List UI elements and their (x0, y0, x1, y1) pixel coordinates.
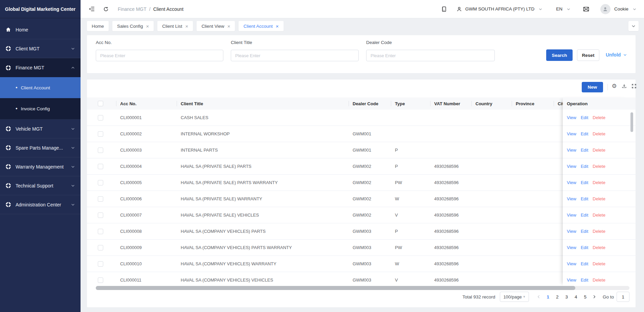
avatar[interactable] (600, 4, 610, 14)
page-number[interactable]: 2 (556, 294, 559, 299)
sidebar-item-administration-center[interactable]: Administration Center (0, 195, 81, 214)
tab-close-icon[interactable]: × (227, 24, 230, 29)
delete-link[interactable]: Delete (593, 196, 605, 201)
fullscreen-icon[interactable] (630, 83, 637, 89)
sidebar-item-home[interactable]: Home (0, 20, 81, 39)
edit-link[interactable]: Edit (581, 229, 588, 234)
refresh-icon[interactable] (103, 6, 109, 12)
page-number[interactable]: 1 (547, 294, 549, 299)
tab-overflow-button[interactable] (628, 21, 639, 31)
page-number[interactable]: 4 (575, 294, 577, 299)
tab-close-icon[interactable]: × (185, 24, 188, 29)
page-number[interactable]: 3 (565, 294, 568, 299)
view-link[interactable]: View (567, 148, 576, 153)
view-link[interactable]: View (567, 261, 576, 266)
horizontal-scrollbar-track[interactable] (96, 286, 629, 290)
row-checkbox[interactable] (98, 148, 103, 153)
next-page-button[interactable] (590, 292, 599, 302)
row-checkbox[interactable] (98, 131, 103, 137)
collapse-menu-icon[interactable] (89, 6, 95, 12)
edit-link[interactable]: Edit (581, 277, 588, 283)
row-checkbox[interactable] (98, 245, 103, 250)
select-all-checkbox[interactable] (98, 101, 103, 106)
delete-link[interactable]: Delete (593, 277, 605, 283)
language-selector[interactable]: EN (556, 6, 562, 12)
edit-link[interactable]: Edit (581, 148, 588, 153)
breadcrumb-section[interactable]: Finance MGT (118, 6, 147, 12)
page-size-select[interactable]: 100/page ▼ (500, 292, 529, 302)
sidebar-item-vehicle-mgt[interactable]: Vehicle MGT (0, 119, 81, 138)
search-button[interactable]: Search (546, 49, 573, 61)
row-checkbox[interactable] (98, 180, 103, 185)
tab[interactable]: Client Account × (239, 21, 283, 31)
view-link[interactable]: View (567, 164, 576, 169)
view-link[interactable]: View (567, 277, 576, 283)
tab[interactable]: Sales Config × (112, 21, 154, 31)
view-link[interactable]: View (567, 229, 576, 234)
client-title-input[interactable] (231, 50, 359, 61)
chevron-down-icon[interactable] (538, 7, 542, 11)
view-link[interactable]: View (567, 196, 576, 201)
sidebar-item-invoice-config[interactable]: • Invoice Config (0, 98, 81, 119)
gear-icon[interactable]: ⚙ (611, 83, 618, 89)
user-menu[interactable]: Cookie (614, 6, 628, 12)
view-link[interactable]: View (567, 180, 576, 185)
page-number[interactable]: 5 (584, 294, 586, 299)
delete-link[interactable]: Delete (593, 229, 605, 234)
chevron-down-icon[interactable] (567, 7, 571, 11)
tab[interactable]: Client List × (157, 21, 193, 31)
delete-link[interactable]: Delete (593, 115, 605, 120)
vertical-scrollbar-thumb[interactable] (630, 112, 633, 132)
row-checkbox[interactable] (98, 164, 103, 169)
delete-link[interactable]: Delete (593, 131, 605, 136)
sidebar-item-spare-parts[interactable]: Spare Parts Manage... (0, 138, 81, 157)
delete-link[interactable]: Delete (593, 245, 605, 250)
delete-link[interactable]: Delete (593, 180, 605, 185)
row-checkbox[interactable] (98, 229, 103, 234)
tab-close-icon[interactable]: × (146, 24, 149, 29)
edit-link[interactable]: Edit (581, 164, 588, 169)
tab-close-icon[interactable]: × (276, 24, 279, 29)
view-link[interactable]: View (567, 131, 576, 136)
delete-link[interactable]: Delete (593, 261, 605, 266)
contract-icon[interactable] (441, 6, 447, 12)
edit-link[interactable]: Edit (581, 115, 588, 120)
edit-link[interactable]: Edit (581, 131, 588, 136)
chevron-down-icon[interactable] (632, 7, 637, 11)
company-selector[interactable]: GWM SOUTH AFRICA (PTY) LTD (465, 6, 535, 12)
reset-button[interactable]: Reset (577, 49, 599, 61)
row-checkbox[interactable] (98, 213, 103, 218)
edit-link[interactable]: Edit (581, 196, 588, 201)
dealer-code-input[interactable] (366, 50, 495, 61)
view-link[interactable]: View (567, 115, 576, 120)
delete-link[interactable]: Delete (593, 213, 605, 218)
new-button[interactable]: New (582, 82, 603, 92)
tab[interactable]: Home (87, 21, 109, 31)
edit-link[interactable]: Edit (581, 180, 588, 185)
sidebar-item-client-mgt[interactable]: Client MGT (0, 39, 81, 58)
previous-page-button[interactable] (534, 292, 543, 302)
goto-page-input[interactable] (617, 292, 629, 302)
unfold-toggle[interactable]: Unfold (606, 52, 627, 58)
view-link[interactable]: View (567, 213, 576, 218)
row-checkbox[interactable] (98, 196, 103, 202)
delete-link[interactable]: Delete (593, 148, 605, 153)
sidebar-item-technical-support[interactable]: Technical Support (0, 176, 81, 195)
sidebar-item-finance-mgt[interactable]: Finance MGT (0, 58, 81, 77)
edit-link[interactable]: Edit (581, 245, 588, 250)
horizontal-scrollbar-thumb[interactable] (96, 286, 575, 290)
edit-link[interactable]: Edit (581, 261, 588, 266)
mail-icon[interactable] (583, 6, 590, 13)
row-checkbox[interactable] (98, 115, 103, 120)
tab[interactable]: Client View × (197, 21, 235, 31)
cell-type (391, 126, 430, 142)
edit-link[interactable]: Edit (581, 213, 588, 218)
view-link[interactable]: View (567, 245, 576, 250)
sidebar-item-client-account[interactable]: • Client Account (0, 77, 81, 98)
download-icon[interactable] (621, 83, 627, 89)
delete-link[interactable]: Delete (593, 164, 605, 169)
acc-no-input[interactable] (96, 50, 223, 61)
sidebar-item-warranty-management[interactable]: Warranty Management (0, 157, 81, 176)
row-checkbox[interactable] (98, 277, 103, 283)
row-checkbox[interactable] (98, 261, 103, 267)
